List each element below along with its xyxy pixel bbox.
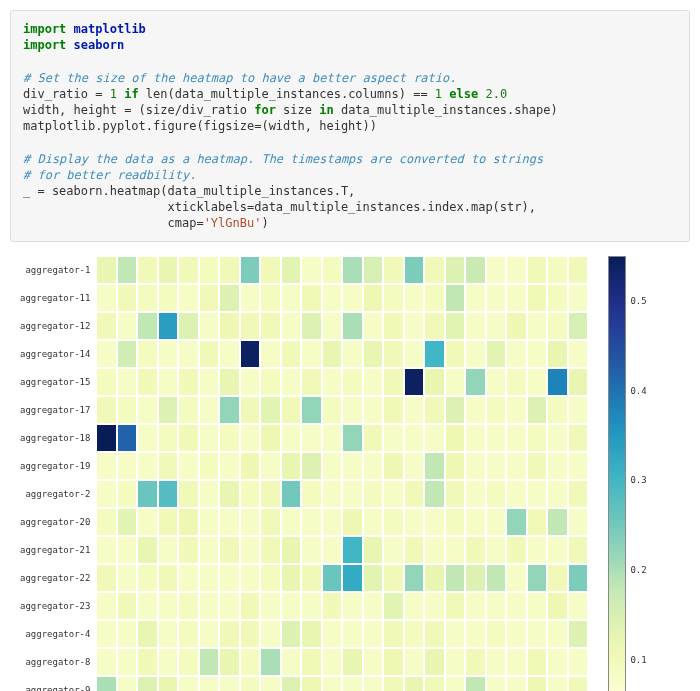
heatmap-cell (527, 340, 548, 368)
heatmap-cell (281, 592, 302, 620)
heatmap-cell (199, 452, 220, 480)
heatmap-cell (199, 676, 220, 691)
heatmap-cell (301, 536, 322, 564)
heatmap-cell (506, 648, 527, 676)
heatmap-cell (342, 592, 363, 620)
heatmap-cell (178, 452, 199, 480)
heatmap-cell (281, 312, 302, 340)
heatmap-cell (178, 536, 199, 564)
heatmap-cell (342, 284, 363, 312)
heatmap-cell (465, 452, 486, 480)
heatmap-cell (465, 508, 486, 536)
heatmap-cell (219, 480, 240, 508)
heatmap-cell (137, 368, 158, 396)
heatmap-cell (424, 620, 445, 648)
y-tick-label: aggregator-2 (20, 480, 96, 508)
heatmap-cell (137, 564, 158, 592)
heatmap-cell (424, 284, 445, 312)
heatmap-cell (568, 564, 589, 592)
heatmap-cell (527, 676, 548, 691)
heatmap-cell (117, 480, 138, 508)
heatmap-cell (281, 676, 302, 691)
heatmap-cell (445, 256, 466, 284)
heatmap-cell (363, 452, 384, 480)
heatmap-cell (260, 480, 281, 508)
heatmap-cell (342, 368, 363, 396)
heatmap-cell (199, 424, 220, 452)
heatmap-cell (383, 648, 404, 676)
heatmap-cell (363, 368, 384, 396)
heatmap-cell (219, 508, 240, 536)
heatmap-cell (445, 396, 466, 424)
heatmap-cell (322, 396, 343, 424)
heatmap-cell (240, 480, 261, 508)
heatmap-cell (568, 480, 589, 508)
heatmap-chart: aggregator-1aggregator-11aggregator-12ag… (20, 256, 690, 691)
heatmap-cell (383, 620, 404, 648)
heatmap-cell (96, 480, 117, 508)
y-tick-label: aggregator-15 (20, 368, 96, 396)
heatmap-cell (137, 592, 158, 620)
heatmap-cell (240, 396, 261, 424)
heatmap-cell (404, 368, 425, 396)
heatmap-cell (96, 620, 117, 648)
heatmap-cell (342, 648, 363, 676)
code-line: div_ratio = 1 if len(data_multiple_insta… (23, 87, 507, 101)
heatmap-grid (96, 256, 588, 691)
heatmap-cell (158, 648, 179, 676)
heatmap-cell (527, 424, 548, 452)
heatmap-cell (301, 256, 322, 284)
heatmap-cell (424, 508, 445, 536)
heatmap-cell (465, 592, 486, 620)
heatmap-cell (117, 368, 138, 396)
heatmap-cell (281, 508, 302, 536)
heatmap-cell (363, 536, 384, 564)
heatmap-cell (322, 368, 343, 396)
heatmap-cell (547, 396, 568, 424)
heatmap-cell (568, 676, 589, 691)
y-tick-label: aggregator-21 (20, 536, 96, 564)
heatmap-cell (199, 564, 220, 592)
heatmap-cell (96, 452, 117, 480)
heatmap-cell (527, 564, 548, 592)
heatmap-cell (281, 564, 302, 592)
heatmap-cell (486, 452, 507, 480)
heatmap-cell (342, 424, 363, 452)
heatmap-cell (281, 480, 302, 508)
heatmap-cell (260, 620, 281, 648)
heatmap-cell (117, 536, 138, 564)
heatmap-cell (363, 592, 384, 620)
heatmap-cell (424, 340, 445, 368)
heatmap-cell (281, 452, 302, 480)
heatmap-cell (506, 396, 527, 424)
heatmap-cell (96, 340, 117, 368)
heatmap-cell (445, 564, 466, 592)
heatmap-cell (199, 648, 220, 676)
heatmap-cell (547, 480, 568, 508)
heatmap-cell (199, 284, 220, 312)
heatmap-cell (96, 676, 117, 691)
heatmap-cell (363, 256, 384, 284)
heatmap-cell (404, 480, 425, 508)
heatmap-cell (199, 312, 220, 340)
heatmap-cell (445, 284, 466, 312)
heatmap-cell (219, 452, 240, 480)
heatmap-cell (158, 508, 179, 536)
heatmap-cell (260, 564, 281, 592)
heatmap-cell (301, 620, 322, 648)
heatmap-cell (506, 564, 527, 592)
heatmap-cell (568, 452, 589, 480)
heatmap-cell (281, 620, 302, 648)
heatmap-cell (547, 620, 568, 648)
heatmap-cell (342, 256, 363, 284)
heatmap-cell (527, 620, 548, 648)
heatmap-cell (281, 536, 302, 564)
heatmap-cell (383, 284, 404, 312)
heatmap-cell (260, 368, 281, 396)
code-line: cmap='YlGnBu') (23, 216, 269, 230)
heatmap-cell (301, 284, 322, 312)
y-tick-label: aggregator-20 (20, 508, 96, 536)
heatmap-cell (158, 340, 179, 368)
heatmap-cell (404, 424, 425, 452)
heatmap-cell (363, 508, 384, 536)
